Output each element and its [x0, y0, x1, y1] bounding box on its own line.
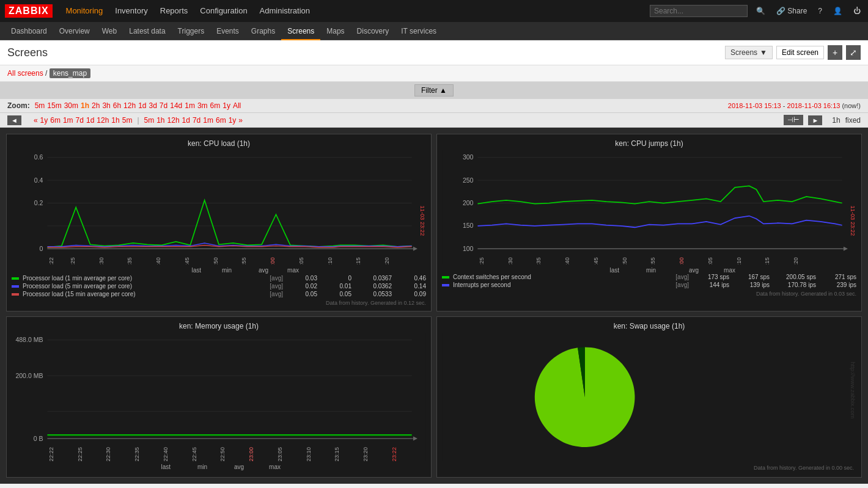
svg-text:200: 200: [463, 199, 474, 206]
nav-prev-all[interactable]: «: [34, 116, 38, 125]
cpu-jumps-title: ken: CPU jumps (1h): [442, 139, 856, 148]
nav-next-1m[interactable]: 1m: [203, 116, 213, 125]
nav-triggers[interactable]: Triggers: [172, 22, 211, 40]
time-to[interactable]: 2018-11-03 16:13: [787, 102, 840, 109]
zoom-5m[interactable]: 5m: [35, 101, 45, 110]
cpu-load-chart: 0.6 0.4 0.2 0 22:22 22:25: [12, 150, 426, 264]
nav-dashboard[interactable]: Dashboard: [5, 22, 53, 40]
zoom-15m[interactable]: 15m: [47, 101, 61, 110]
nav-prev-6m[interactable]: 6m: [50, 116, 61, 125]
nav-latest-data[interactable]: Latest data: [123, 22, 171, 40]
time-range: 2018-11-03 15:13 - 2018-11-03 16:13 (now…: [728, 102, 861, 109]
svg-text:11-03 23:22: 11-03 23:22: [850, 205, 856, 236]
memory-usage-title: ken: Memory usage (1h): [12, 322, 426, 330]
nav-next-1d[interactable]: 1d: [182, 116, 190, 125]
expand-button[interactable]: ⤢: [846, 45, 861, 60]
nav-monitoring[interactable]: Monitoring: [60, 0, 109, 22]
swap-svg: http://www.zabbix.com: [442, 333, 856, 461]
nav-next-6m[interactable]: 6m: [216, 116, 226, 125]
zoom-3h[interactable]: 3h: [102, 101, 110, 110]
screens-dropdown[interactable]: Screens ▼: [725, 46, 773, 59]
nav-next-7d[interactable]: 7d: [193, 116, 200, 125]
zoom-1d[interactable]: 1d: [138, 101, 146, 110]
edit-screen-button[interactable]: Edit screen: [776, 46, 824, 59]
nav-bar: ◄ « 1y 6m 1m 7d 1d 12h 1h 5m | 5m 1h 12h…: [0, 113, 868, 128]
zoom-1h[interactable]: 1h: [81, 101, 89, 110]
zoom-30m[interactable]: 30m: [64, 101, 78, 110]
help-icon[interactable]: ?: [815, 7, 825, 15]
nav-left-arrow[interactable]: ◄: [7, 115, 21, 125]
zoom-3m[interactable]: 3m: [197, 101, 208, 110]
cpu-load-legend: last min avg max Processor load (1 min a…: [12, 267, 426, 306]
swap-usage-panel: ken: Swap usage (1h) http://www.zabbix.c…: [436, 316, 862, 478]
filter-bar: Filter ▲: [0, 82, 868, 99]
zoom-14d[interactable]: 14d: [170, 101, 182, 110]
nav-inventory[interactable]: Inventory: [109, 0, 153, 22]
zoom-6m[interactable]: 6m: [210, 101, 221, 110]
nav-next-5m[interactable]: 5m: [144, 116, 155, 125]
nav-discovery[interactable]: Discovery: [351, 22, 395, 40]
logo-zabbix[interactable]: ZABBIX: [5, 4, 53, 18]
all-screens-link[interactable]: All screens: [7, 69, 43, 78]
svg-text:22:40: 22:40: [564, 257, 570, 264]
svg-rect-52: [12, 333, 426, 461]
nav-next-1y[interactable]: 1y: [229, 116, 237, 125]
filter-button[interactable]: Filter ▲: [414, 84, 454, 97]
nav-prev-5m[interactable]: 5m: [122, 116, 133, 125]
svg-text:23:05: 23:05: [277, 447, 283, 461]
svg-text:0.6: 0.6: [34, 153, 43, 161]
memory-usage-chart: 488.0 MB 200.0 MB 0 B 22:22 22:25 22:30 …: [12, 333, 426, 461]
nav-next-all[interactable]: »: [238, 116, 243, 125]
svg-text:488.0 MB: 488.0 MB: [15, 336, 43, 343]
add-screen-button[interactable]: +: [828, 45, 842, 60]
svg-text:22:55: 22:55: [650, 257, 656, 264]
nav-prev-7d[interactable]: 7d: [76, 116, 84, 125]
period-label: 1h: [832, 116, 840, 125]
zoom-2h[interactable]: 2h: [92, 101, 100, 110]
nav-reports[interactable]: Reports: [154, 0, 194, 22]
nav-next-1h[interactable]: 1h: [156, 116, 164, 125]
nav-web[interactable]: Web: [96, 22, 123, 40]
search-input[interactable]: [650, 5, 748, 17]
nav-maps[interactable]: Maps: [320, 22, 350, 40]
nav-events[interactable]: Events: [210, 22, 245, 40]
search-icon[interactable]: 🔍: [754, 7, 768, 15]
svg-text:23:10: 23:10: [736, 257, 742, 264]
nav-right-arrow[interactable]: ►: [808, 115, 822, 125]
nav-overview[interactable]: Overview: [53, 22, 96, 40]
power-icon[interactable]: ⏻: [851, 7, 863, 15]
svg-text:22:22: 22:22: [48, 257, 54, 264]
svg-rect-26: [442, 150, 856, 264]
nav-prev-1d[interactable]: 1d: [86, 116, 94, 125]
svg-text:0 B: 0 B: [34, 435, 43, 442]
cpu-load-source: Data from history. Generated in 0.12 sec…: [12, 300, 426, 306]
zoom-3d[interactable]: 3d: [149, 101, 157, 110]
time-now: (now!): [842, 102, 861, 109]
cpu-load-panel: ken: CPU load (1h) 0.6 0.4 0.2 0: [6, 134, 432, 311]
nav-prev-1y[interactable]: 1y: [40, 116, 48, 125]
nav-it-services[interactable]: IT services: [395, 22, 443, 40]
zoom-12h[interactable]: 12h: [123, 101, 136, 110]
nav-graphs[interactable]: Graphs: [245, 22, 281, 40]
current-screen: kens_map: [50, 68, 90, 78]
nav-prev-1h[interactable]: 1h: [111, 116, 119, 125]
nav-screens[interactable]: Screens: [281, 22, 320, 40]
nav-prev-12h[interactable]: 12h: [97, 116, 109, 125]
cpu-jumps-legend: last min avg max Context switches per se…: [442, 267, 856, 297]
nav-configuration[interactable]: Configuration: [194, 0, 253, 22]
nav-next-12h[interactable]: 12h: [167, 116, 180, 125]
zoom-all[interactable]: All: [233, 101, 241, 110]
zoom-1y[interactable]: 1y: [223, 101, 230, 110]
user-icon[interactable]: 👤: [831, 7, 845, 15]
svg-text:23:15: 23:15: [334, 447, 340, 461]
nav-prev-1m[interactable]: 1m: [63, 116, 73, 125]
time-from[interactable]: 2018-11-03 15:13: [728, 102, 781, 109]
zoom-7d[interactable]: 7d: [160, 101, 167, 110]
svg-text:23:00: 23:00: [679, 257, 685, 264]
nav-zoom-out[interactable]: ⊣⊢: [784, 115, 803, 125]
share-icon[interactable]: 🔗 Share: [774, 7, 809, 15]
nav-administration[interactable]: Administration: [254, 0, 316, 22]
zoom-1m[interactable]: 1m: [185, 101, 195, 110]
zoom-6h[interactable]: 6h: [113, 101, 121, 110]
svg-text:250: 250: [463, 177, 474, 184]
